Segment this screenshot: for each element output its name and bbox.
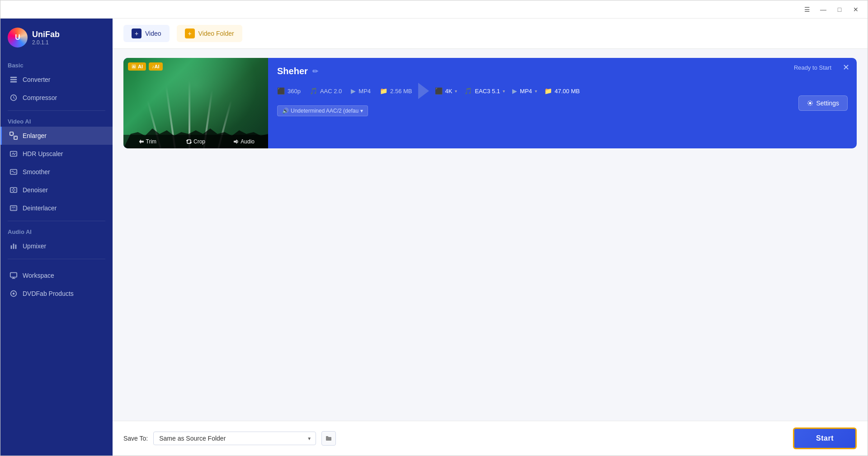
svg-rect-24 — [139, 141, 144, 142]
audio-track-row: 🔊 Undetermined AAC/2 (defau ▾ — [277, 105, 780, 116]
sidebar-item-dvdfab-products[interactable]: DVDFab Products — [0, 285, 113, 303]
source-size: 📁 2.56 MB — [380, 87, 412, 95]
source-size-value: 2.56 MB — [390, 88, 412, 95]
sidebar: U UniFab 2.0.1.1 Basic Converter Comp — [0, 19, 113, 456]
output-format-value: MP4 — [520, 88, 532, 95]
format-icon: ▶ — [351, 87, 356, 95]
minimize-button[interactable]: — — [817, 3, 830, 16]
section-audioai-label: Audio AI — [0, 225, 113, 237]
add-video-icon: + — [132, 28, 142, 38]
arrow-shape — [418, 83, 429, 99]
trim-button[interactable]: Trim — [123, 135, 172, 148]
sidebar-item-label: Converter — [23, 76, 50, 83]
video-info: Sheher ✏ ⬛ 360p 🎵 AA — [268, 58, 789, 148]
workspace-icon — [9, 271, 18, 280]
close-card-button[interactable]: ✕ — [843, 62, 849, 72]
add-folder-label: Video Folder — [198, 30, 234, 37]
maximize-button[interactable]: □ — [833, 3, 846, 16]
titlebar: ☰ — □ ✕ — [0, 0, 868, 19]
source-audio-value: AAC 2.0 — [320, 88, 342, 95]
edit-title-icon[interactable]: ✏ — [312, 67, 318, 76]
output-format[interactable]: ▶ MP4 ▾ — [512, 87, 537, 95]
start-button[interactable]: Start — [793, 428, 857, 449]
denoiser-icon — [9, 185, 18, 195]
sidebar-item-workspace[interactable]: Workspace — [0, 266, 113, 285]
audio-dropdown-arrow: ▾ — [503, 89, 505, 94]
sidebar-item-label: HDR Upscaler — [23, 150, 63, 157]
hdr-upscaler-icon — [9, 149, 18, 158]
audio-track-dropdown-arrow: ▾ — [360, 108, 363, 114]
resolution-icon: ⬛ — [277, 87, 285, 95]
svg-point-9 — [12, 190, 13, 191]
settings-label: Settings — [816, 100, 839, 107]
save-to-select[interactable]: Same as Source FolderCustom Folder — [153, 432, 316, 445]
video-card: AI AI ♪AI Trim — [123, 58, 857, 148]
section-basic-label: Basic — [0, 58, 113, 71]
sidebar-item-compressor[interactable]: Compressor — [0, 89, 113, 107]
app-logo-icon: U — [8, 28, 28, 48]
crop-button[interactable]: Crop — [172, 135, 220, 148]
upmixer-icon — [9, 242, 18, 251]
music-ai-badge: ♪AI — [149, 62, 163, 71]
footer: Save To: Same as Source FolderCustom Fol… — [113, 421, 868, 456]
output-audio-value: EAC3 5.1 — [475, 88, 500, 95]
close-button[interactable]: ✕ — [849, 3, 862, 16]
resolution-dropdown-arrow: ▾ — [455, 89, 457, 94]
video-thumbnail: AI AI ♪AI Trim — [123, 58, 268, 148]
output-size: 📁 47.00 MB — [544, 87, 580, 95]
save-to-wrapper: Same as Source FolderCustom Folder — [153, 432, 316, 445]
source-format-value: MP4 — [359, 88, 371, 95]
enlarger-icon — [9, 131, 18, 140]
sidebar-item-denoiser[interactable]: Denoiser — [0, 181, 113, 199]
sidebar-item-label: Compressor — [23, 94, 57, 101]
sidebar-item-label: Upmixer — [23, 242, 46, 250]
output-size-icon: 📁 — [544, 87, 552, 95]
sidebar-item-hdr-upscaler[interactable]: HDR Upscaler — [0, 145, 113, 163]
add-folder-icon: + — [185, 28, 195, 38]
sidebar-item-deinterlacer[interactable]: Deinterlacer — [0, 199, 113, 217]
titlebar-controls: ☰ — □ ✕ — [801, 3, 862, 16]
menu-button[interactable]: ☰ — [801, 3, 813, 16]
browse-folder-button[interactable] — [321, 431, 336, 446]
sidebar-item-upmixer[interactable]: Upmixer — [0, 237, 113, 255]
sidebar-item-enlarger[interactable]: Enlarger — [0, 127, 113, 145]
converter-icon — [9, 75, 18, 84]
main-content: + Video + Video Folder — [113, 19, 868, 456]
sidebar-logo: U UniFab 2.0.1.1 — [0, 19, 113, 58]
sidebar-item-label: Workspace — [23, 272, 54, 279]
output-audio[interactable]: 🎵 EAC3 5.1 ▾ — [464, 87, 505, 95]
sidebar-item-converter[interactable]: Converter — [0, 71, 113, 89]
add-video-folder-button[interactable]: + Video Folder — [177, 25, 242, 42]
sidebar-item-smoother[interactable]: Smoother — [0, 163, 113, 181]
audio-button[interactable]: Audio — [220, 135, 268, 148]
format-dropdown-arrow: ▾ — [535, 89, 537, 94]
svg-point-11 — [14, 190, 15, 191]
add-video-button[interactable]: + Video — [123, 25, 170, 42]
sidebar-logo-info: UniFab 2.0.1.1 — [32, 30, 60, 46]
svg-point-30 — [809, 102, 811, 104]
audio-track-selector[interactable]: 🔊 Undetermined AAC/2 (defau ▾ — [277, 105, 368, 116]
video-title: Sheher — [277, 66, 308, 76]
divider-2 — [8, 221, 105, 221]
smoother-icon — [9, 167, 18, 176]
app-body: U UniFab 2.0.1.1 Basic Converter Comp — [0, 19, 868, 456]
settings-button[interactable]: Settings — [798, 95, 848, 111]
svg-point-21 — [13, 293, 15, 295]
output-resolution-icon: ⬛ — [435, 87, 443, 95]
dvdfab-icon — [9, 289, 18, 298]
deinterlacer-icon — [9, 204, 18, 213]
sidebar-item-label: Denoiser — [23, 186, 48, 194]
audio-track-value: Undetermined AAC/2 (defau — [291, 108, 359, 114]
output-size-value: 47.00 MB — [555, 88, 580, 95]
add-video-label: Video — [145, 30, 161, 37]
svg-rect-18 — [15, 244, 17, 249]
speaker-icon: 🔊 — [282, 108, 289, 114]
video-specs-row: ⬛ 360p 🎵 AAC 2.0 ▶ MP4 — [277, 83, 780, 99]
audio-label: Audio — [241, 138, 255, 145]
app-window: ☰ — □ ✕ U UniFab 2.0.1.1 Basic — [0, 0, 868, 456]
output-resolution[interactable]: ⬛ 4K ▾ — [435, 87, 458, 95]
svg-point-10 — [13, 188, 14, 190]
svg-rect-17 — [13, 244, 14, 249]
save-to-row: Save To: Same as Source FolderCustom Fol… — [123, 431, 336, 446]
video-title-row: Sheher ✏ — [277, 66, 780, 76]
